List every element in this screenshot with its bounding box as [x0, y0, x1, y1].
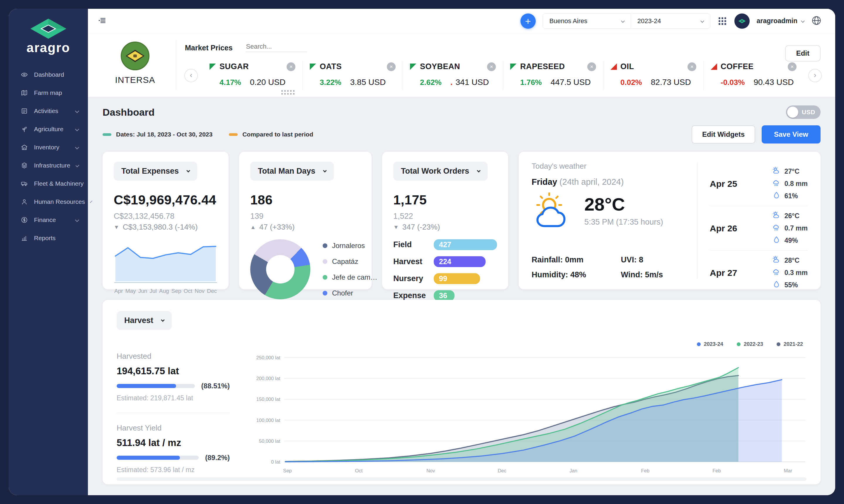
- sidebar-item-inventory[interactable]: Inventory: [9, 138, 88, 156]
- close-icon[interactable]: ×: [487, 62, 496, 71]
- chevron-down-icon: [161, 318, 165, 322]
- edit-button[interactable]: Edit: [785, 45, 821, 61]
- dashboard-subheader: Dates: Jul 18, 2023 - Oct 30, 2023 Compa…: [103, 125, 821, 144]
- forecast-rain: 0.3 mm: [773, 268, 808, 277]
- weather-current: 28°C 5:35 PM (17:35 hours): [532, 192, 691, 229]
- chart-legend-item: 2021-22: [777, 341, 803, 347]
- change-percent: 2.62%: [420, 78, 442, 87]
- total-expenses-dropdown[interactable]: Total Expenses: [114, 162, 197, 181]
- chevron-down-icon: [75, 127, 79, 131]
- weather-stats: Rainfall: 0mm UVI: 8 Humidity: 48% Wind:…: [532, 255, 691, 280]
- commodity-name: OIL: [620, 62, 634, 71]
- sidebar-item-activities[interactable]: Activities: [9, 102, 88, 120]
- forecast-temp: 26°C: [773, 211, 808, 221]
- work-order-bar-row: Nursery99: [393, 273, 497, 284]
- company-name: INTERSA: [115, 75, 155, 85]
- horizontal-scrollbar[interactable]: [117, 478, 807, 481]
- sidebar-item-human-resources[interactable]: Human Resources: [9, 193, 88, 211]
- sidebar-item-farm-map[interactable]: Farm map: [9, 84, 88, 102]
- season-select[interactable]: 2023-24: [631, 14, 710, 29]
- market-card-oats[interactable]: OATS×3.22%3.85 USD: [302, 61, 403, 90]
- market-card-sugar[interactable]: SUGAR×4.17%0.20 USD: [203, 61, 302, 90]
- svg-text:Jan: Jan: [569, 468, 577, 473]
- yield-value: 511.94 lat / mz: [117, 437, 230, 448]
- market-card-coffee[interactable]: COFFEE×-0.03%90.43 USD: [703, 61, 804, 90]
- forecast-rain-value: 0.7 mm: [785, 224, 808, 232]
- commodity-name: RAPESEED: [520, 62, 565, 71]
- close-icon[interactable]: ×: [387, 62, 395, 71]
- drag-handle[interactable]: [281, 90, 295, 95]
- ticker-next-button[interactable]: ›: [808, 69, 822, 82]
- close-icon[interactable]: ×: [287, 62, 295, 71]
- man-days-chart: JornalerosCapatázJefe de cam…Chofer: [250, 239, 361, 299]
- chevron-down-icon: [801, 19, 805, 23]
- dates-legend-swatch: [103, 133, 111, 136]
- market-card-soybean[interactable]: SOYBEAN×2.62%.341 USD: [403, 61, 503, 90]
- total-man-days-dropdown[interactable]: Total Man Days: [250, 162, 334, 181]
- brand-name: aragro: [27, 40, 70, 55]
- total-work-orders-widget: Total Work Orders 1,175 1,522 ▼ 347 (-23…: [382, 152, 508, 289]
- sidebar-item-infrastructure[interactable]: Infrastructure: [9, 156, 88, 175]
- farm-map-icon: [20, 89, 28, 97]
- svg-text:50,000 lat: 50,000 lat: [259, 438, 280, 444]
- svg-text:Oct: Oct: [355, 468, 363, 473]
- divider: [117, 413, 230, 413]
- close-icon[interactable]: ×: [687, 62, 696, 71]
- work-order-bar-row: Expense36: [393, 290, 497, 301]
- svg-text:Dec: Dec: [498, 468, 506, 473]
- sidebar-item-fleet-machinery[interactable]: Fleet & Machinery: [9, 175, 88, 193]
- user-menu[interactable]: aragroadmin: [757, 17, 804, 25]
- sidebar-item-label: Fleet & Machinery: [34, 180, 84, 187]
- save-view-button[interactable]: Save View: [762, 125, 821, 144]
- sidebar-item-agriculture[interactable]: Agriculture: [9, 120, 88, 138]
- company-block: INTERSA: [99, 39, 172, 90]
- chart-legend-item: 2022-23: [737, 341, 763, 347]
- globe-icon[interactable]: [811, 15, 822, 27]
- svg-text:Sep: Sep: [283, 468, 292, 473]
- dashboard-area: Dashboard USD Dates: Jul 18, 2023 - Oct …: [88, 97, 835, 495]
- apps-grid-icon[interactable]: [717, 16, 727, 26]
- ticker-prev-button[interactable]: ‹: [184, 69, 198, 82]
- work-orders-delta-text: 347 (-23%): [402, 222, 440, 232]
- market-card-oil[interactable]: OIL×0.02%82.73 USD: [603, 61, 703, 90]
- price-value: 447.5 USD: [551, 78, 591, 87]
- total-work-orders-dropdown[interactable]: Total Work Orders: [393, 162, 488, 181]
- sidebar-item-reports[interactable]: Reports: [9, 229, 88, 247]
- work-orders-delta: ▼ 347 (-23%): [393, 222, 497, 232]
- edit-widgets-button[interactable]: Edit Widgets: [692, 125, 755, 144]
- harvest-dropdown[interactable]: Harvest: [117, 311, 172, 330]
- donut-legend-label: Jefe de cam…: [332, 273, 377, 282]
- weather-today: Today's weather Friday (24th april, 2024…: [532, 162, 697, 280]
- weather-time: 5:35 PM (17:35 hours): [584, 218, 663, 227]
- work-order-category: Harvest: [393, 257, 434, 266]
- sidebar-item-finance[interactable]: Finance: [9, 211, 88, 229]
- market-main: Market Prices ‹ SUGAR×4.17%0.20 USDOATS×…: [184, 39, 822, 90]
- sidebar-collapse-icon[interactable]: [97, 16, 107, 26]
- legend-dot-icon: [323, 259, 327, 264]
- chevron-down-icon: [621, 19, 625, 23]
- add-button[interactable]: +: [521, 14, 536, 29]
- market-card-rapeseed[interactable]: RAPESEED×1.76%447.5 USD: [503, 61, 603, 90]
- work-orders-value: 1,175: [393, 193, 497, 208]
- harvested-value: 194,615.75 lat: [117, 365, 230, 377]
- avatar[interactable]: [734, 14, 750, 29]
- svg-text:Feb: Feb: [713, 468, 721, 473]
- toggle-label: USD: [802, 109, 815, 116]
- x-tick-label: Sep: [172, 288, 181, 294]
- commodity-price: 82.73 USD: [651, 78, 691, 87]
- x-tick-label: May: [125, 288, 136, 294]
- close-icon[interactable]: ×: [587, 62, 596, 71]
- search-input[interactable]: [246, 41, 307, 52]
- sidebar-item-dashboard[interactable]: Dashboard: [9, 66, 88, 84]
- sidebar-item-label: Reports: [34, 235, 56, 241]
- work-order-bar-row: Harvest224: [393, 256, 497, 267]
- username: aragroadmin: [757, 17, 797, 25]
- fleet-icon: [20, 180, 28, 187]
- currency-toggle[interactable]: USD: [786, 105, 821, 119]
- sidebar-item-label: Activities: [34, 107, 58, 114]
- close-icon[interactable]: ×: [788, 62, 796, 71]
- yield-estimated: Estimated: 573.96 lat / mz: [117, 466, 230, 474]
- reports-icon: [20, 234, 28, 242]
- weather-wind: Wind: 5m/s: [621, 270, 691, 280]
- region-select[interactable]: Buenos Aires: [543, 14, 631, 29]
